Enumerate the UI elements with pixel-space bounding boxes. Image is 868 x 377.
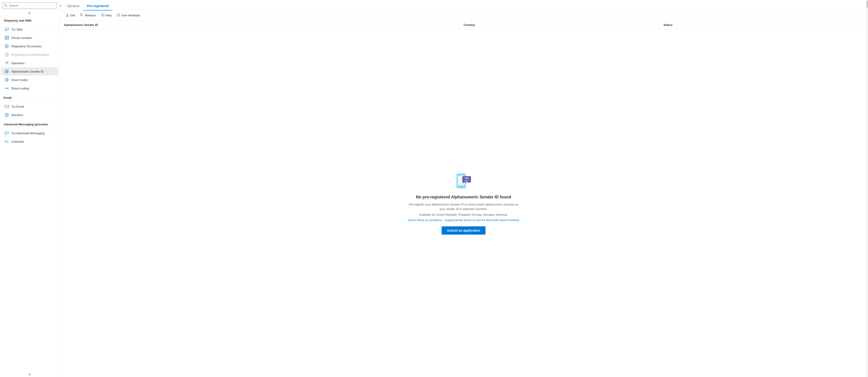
short-codes-icon: 123 <box>4 78 9 82</box>
section-header-advanced-messaging: Advanced Messaging (preview) <box>0 120 59 127</box>
empty-state-description-line1: Pre-register your Alphanumeric Sender ID… <box>407 202 521 211</box>
sidebar-item-try-advanced-messaging-label: Try Advanced Messaging <box>11 132 44 135</box>
azure-terms-link[interactable]: Azure Terms & Conditions <box>408 219 442 222</box>
section-divider-email <box>4 101 55 102</box>
help-icon <box>101 13 104 17</box>
svg-text:ABC: ABC <box>465 177 469 179</box>
sidebar-item-try-email[interactable]: Try Email <box>1 103 58 111</box>
sidebar-item-try-advanced-messaging[interactable]: Try Advanced Messaging <box>1 129 58 137</box>
sidebar-item-phone-numbers[interactable]: Phone numbers <box>1 34 58 42</box>
scrollbar-thumb <box>866 1 868 8</box>
section-divider-advanced-messaging <box>4 128 55 128</box>
svg-point-24 <box>5 88 6 89</box>
get-label: Get <box>70 13 75 17</box>
sidebar-item-short-codes-label: Short Codes <box>11 78 28 82</box>
feedback-label: Give feedback <box>121 13 140 17</box>
sidebar-item-regulatory-documents[interactable]: Regulatory Documents <box>1 42 58 50</box>
sidebar-item-registered-countries-label: Registered countries/regions <box>11 53 49 56</box>
sidebar-item-alphanumeric-sender-id[interactable]: ABC Alphanumeric Sender ID <box>1 67 58 76</box>
sidebar-item-channels[interactable]: Channels <box>1 138 58 146</box>
section-header-telephony: Telephony and SMS <box>0 16 59 23</box>
get-icon <box>66 13 69 17</box>
registered-countries-icon <box>4 52 9 57</box>
sidebar-item-short-codes[interactable]: 123 Short Codes <box>1 76 58 84</box>
sidebar-item-direct-routing-label: Direct routing <box>11 87 29 90</box>
toolbar: Get Release Help <box>59 10 868 21</box>
svg-text:ABC: ABC <box>7 71 9 72</box>
sidebar-item-operators-label: Operators <box>11 61 25 65</box>
release-icon <box>81 13 84 17</box>
scroll-down-arrow[interactable]: ▼ <box>0 372 59 377</box>
sidebar-item-try-sms-label: Try SMS <box>11 28 23 31</box>
empty-state: ABC 123 No pre-registered Alphanumeric S… <box>59 30 868 377</box>
try-email-icon <box>4 104 9 109</box>
empty-state-illustration: ABC 123 <box>455 172 473 190</box>
svg-point-41 <box>117 13 120 17</box>
supplemental-terms-link[interactable]: Supplemental Terms of Use for Microsoft … <box>444 219 519 222</box>
svg-text:123: 123 <box>6 79 8 81</box>
sidebar-item-try-sms[interactable]: Try SMS <box>1 25 58 33</box>
domains-icon <box>4 113 9 117</box>
scroll-up-arrow[interactable]: ▲ <box>0 10 59 15</box>
help-label: Help <box>105 13 112 17</box>
alphanumeric-sender-icon: ABC <box>4 69 9 74</box>
sidebar-item-direct-routing[interactable]: Direct routing <box>1 84 58 92</box>
svg-line-1 <box>7 6 7 7</box>
svg-point-25 <box>7 88 9 89</box>
sidebar-item-operators[interactable]: Operators <box>1 59 58 67</box>
search-input[interactable] <box>9 4 55 7</box>
sidebar-collapse-button[interactable]: « <box>59 3 63 9</box>
svg-point-46 <box>461 186 462 187</box>
try-advanced-messaging-icon <box>4 131 9 135</box>
col-header-sender-id: Alphanumeric Sender ID <box>64 23 464 27</box>
get-button[interactable]: Get <box>64 12 77 19</box>
table-header: Alphanumeric Sender ID Country Status <box>59 21 868 30</box>
sidebar: ▲ Telephony and SMS Try SMS <box>0 0 59 377</box>
operators-icon <box>4 61 9 65</box>
sidebar-item-regulatory-docs-label: Regulatory Documents <box>11 45 41 48</box>
tabs-bar: Dynamic Pre-registered <box>59 0 868 10</box>
regulatory-docs-icon <box>4 44 9 49</box>
tab-dynamic[interactable]: Dynamic <box>64 2 83 10</box>
direct-routing-icon <box>4 86 9 91</box>
release-label: Release <box>85 13 96 17</box>
sidebar-item-channels-label: Channels <box>11 140 24 143</box>
sidebar-item-phone-numbers-label: Phone numbers <box>11 36 32 39</box>
col-header-country: Country <box>464 23 663 27</box>
search-box[interactable] <box>2 2 57 9</box>
release-button[interactable]: Release <box>78 12 98 19</box>
sidebar-item-domains-label: Domains <box>11 113 23 117</box>
sidebar-item-try-email-label: Try Email <box>11 105 24 108</box>
svg-point-15 <box>6 61 7 63</box>
submit-application-button[interactable]: Submit an application <box>442 226 486 235</box>
search-icon <box>4 4 7 7</box>
svg-text:123: 123 <box>465 180 468 182</box>
sidebar-item-alphanumeric-label: Alphanumeric Sender ID <box>11 70 44 73</box>
empty-state-title: No pre-registered Alphanumeric Sender ID… <box>416 195 511 200</box>
channels-icon <box>4 139 9 144</box>
feedback-icon <box>117 13 120 17</box>
sidebar-item-registered-countries: Registered countries/regions <box>1 51 58 59</box>
sidebar-scroll: Telephony and SMS Try SMS <box>0 15 59 372</box>
main-content: Dynamic Pre-registered Get Re <box>59 0 868 377</box>
tab-pre-registered[interactable]: Pre-registered <box>83 2 112 10</box>
feedback-button[interactable]: Give feedback <box>115 12 142 19</box>
phone-numbers-icon <box>4 35 9 40</box>
section-header-email: Email <box>0 93 59 100</box>
help-button[interactable]: Help <box>99 12 114 19</box>
empty-state-description-line2: Available for Czech Republic, Finaland, … <box>419 212 508 217</box>
try-sms-icon <box>4 27 9 32</box>
col-header-status: Status <box>663 23 864 27</box>
scrollbar-right[interactable] <box>866 0 868 377</box>
sidebar-item-domains[interactable]: Domains <box>1 111 58 119</box>
empty-state-links: Azure Terms & Conditions - Supplemental … <box>408 219 519 222</box>
